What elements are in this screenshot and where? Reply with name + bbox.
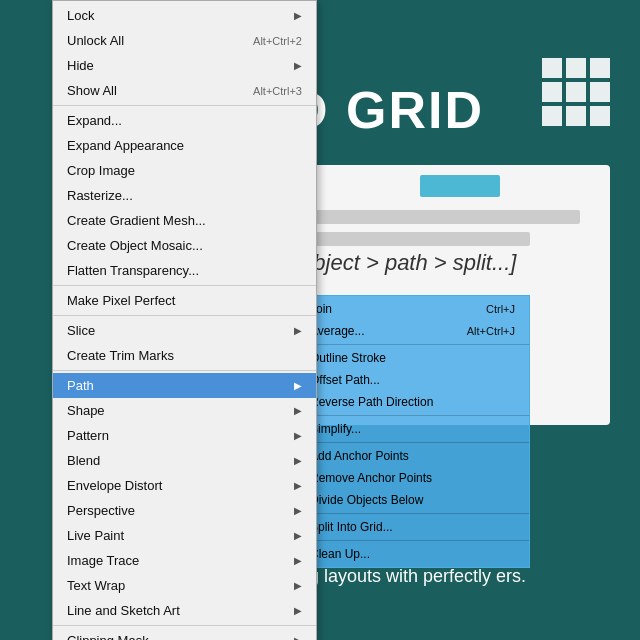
menu-item-rasterize-label: Rasterize... <box>67 188 133 203</box>
menu-item-expand-appearance-label: Expand Appearance <box>67 138 184 153</box>
menu-item-path-label: Path <box>67 378 94 393</box>
path-submenu-offset-path-label: Offset Path... <box>310 373 380 387</box>
path-submenu-remove-anchor[interactable]: Remove Anchor Points <box>296 467 529 489</box>
path-submenu-offset-path[interactable]: Offset Path... <box>296 369 529 391</box>
menu-item-make-pixel-perfect-label: Make Pixel Perfect <box>67 293 175 308</box>
path-submenu-outline-stroke[interactable]: Outline Stroke <box>296 347 529 369</box>
menu-item-text-wrap[interactable]: Text Wrap ▶ <box>53 573 316 598</box>
grid-cell <box>542 106 562 126</box>
menu-item-text-wrap-label: Text Wrap <box>67 578 125 593</box>
path-submenu-average-shortcut: Alt+Ctrl+J <box>467 325 515 337</box>
path-submenu-split-grid[interactable]: Split Into Grid... <box>296 516 529 538</box>
path-submenu-reverse-path-label: Reverse Path Direction <box>310 395 433 409</box>
menu-item-envelope-distort-arrow: ▶ <box>294 480 302 491</box>
background-card-line2 <box>300 232 530 246</box>
menu-item-shape-label: Shape <box>67 403 105 418</box>
menu-item-expand-appearance[interactable]: Expand Appearance <box>53 133 316 158</box>
grid-cell <box>566 106 586 126</box>
menu-item-hide-label: Hide <box>67 58 94 73</box>
menu-item-shape[interactable]: Shape ▶ <box>53 398 316 423</box>
path-submenu-outline-stroke-label: Outline Stroke <box>310 351 386 365</box>
menu-item-image-trace[interactable]: Image Trace ▶ <box>53 548 316 573</box>
menu-item-flatten-transparency[interactable]: Flatten Transparency... <box>53 258 316 283</box>
path-submenu-add-anchor[interactable]: Add Anchor Points <box>296 445 529 467</box>
path-submenu-clean-up[interactable]: Clean Up... <box>296 543 529 565</box>
path-submenu-average-label: Average... <box>310 324 364 338</box>
menu-item-pattern-arrow: ▶ <box>294 430 302 441</box>
menu-divider-1 <box>53 105 316 106</box>
menu-item-create-gradient-mesh[interactable]: Create Gradient Mesh... <box>53 208 316 233</box>
menu-item-perspective[interactable]: Perspective ▶ <box>53 498 316 523</box>
menu-item-create-trim-marks-label: Create Trim Marks <box>67 348 174 363</box>
menu-item-pattern[interactable]: Pattern ▶ <box>53 423 316 448</box>
menu-item-lock-label: Lock <box>67 8 94 23</box>
grid-cell <box>590 106 610 126</box>
path-submenu: Join Ctrl+J Average... Alt+Ctrl+J Outlin… <box>295 295 530 568</box>
menu-item-clipping-mask[interactable]: Clipping Mask ▶ <box>53 628 316 640</box>
background-title: D GRID <box>290 80 484 140</box>
menu-item-create-trim-marks[interactable]: Create Trim Marks <box>53 343 316 368</box>
menu-item-flatten-transparency-label: Flatten Transparency... <box>67 263 199 278</box>
menu-item-envelope-distort[interactable]: Envelope Distort ▶ <box>53 473 316 498</box>
path-submenu-split-grid-label: Split Into Grid... <box>310 520 393 534</box>
grid-icon <box>542 58 610 126</box>
menu-item-unlock-all[interactable]: Unlock All Alt+Ctrl+2 <box>53 28 316 53</box>
menu-item-live-paint-arrow: ▶ <box>294 530 302 541</box>
menu-item-lock[interactable]: Lock ▶ <box>53 3 316 28</box>
menu-divider-3 <box>53 315 316 316</box>
menu-item-blend[interactable]: Blend ▶ <box>53 448 316 473</box>
menu-item-make-pixel-perfect[interactable]: Make Pixel Perfect <box>53 288 316 313</box>
menu-divider-4 <box>53 370 316 371</box>
menu-item-rasterize[interactable]: Rasterize... <box>53 183 316 208</box>
context-menu: Lock ▶ Unlock All Alt+Ctrl+2 Hide ▶ Show… <box>52 0 317 640</box>
menu-item-create-gradient-mesh-label: Create Gradient Mesh... <box>67 213 206 228</box>
menu-item-show-all-label: Show All <box>67 83 117 98</box>
menu-item-line-sketch-art-label: Line and Sketch Art <box>67 603 180 618</box>
menu-item-expand[interactable]: Expand... <box>53 108 316 133</box>
menu-item-path-arrow: ▶ <box>294 380 302 391</box>
menu-item-image-trace-arrow: ▶ <box>294 555 302 566</box>
path-submenu-average[interactable]: Average... Alt+Ctrl+J <box>296 320 529 342</box>
background-card-line1 <box>300 210 580 224</box>
background-card-bar <box>420 175 500 197</box>
menu-item-crop-image-label: Crop Image <box>67 163 135 178</box>
path-submenu-divider1 <box>296 344 529 345</box>
menu-item-expand-label: Expand... <box>67 113 122 128</box>
menu-item-create-object-mosaic-label: Create Object Mosaic... <box>67 238 203 253</box>
grid-cell <box>566 82 586 102</box>
path-submenu-divider5 <box>296 540 529 541</box>
menu-item-line-sketch-art-arrow: ▶ <box>294 605 302 616</box>
path-submenu-add-anchor-label: Add Anchor Points <box>310 449 409 463</box>
menu-divider-2 <box>53 285 316 286</box>
menu-item-unlock-all-label: Unlock All <box>67 33 124 48</box>
menu-item-line-sketch-art[interactable]: Line and Sketch Art ▶ <box>53 598 316 623</box>
path-submenu-divider4 <box>296 513 529 514</box>
menu-item-blend-arrow: ▶ <box>294 455 302 466</box>
menu-item-live-paint-label: Live Paint <box>67 528 124 543</box>
menu-item-unlock-all-shortcut: Alt+Ctrl+2 <box>253 35 302 47</box>
path-submenu-divide-objects[interactable]: Divide Objects Below <box>296 489 529 511</box>
path-submenu-join[interactable]: Join Ctrl+J <box>296 298 529 320</box>
menu-item-crop-image[interactable]: Crop Image <box>53 158 316 183</box>
path-submenu-simplify[interactable]: Simplify... <box>296 418 529 440</box>
menu-item-path[interactable]: Path ▶ <box>53 373 316 398</box>
menu-item-live-paint[interactable]: Live Paint ▶ <box>53 523 316 548</box>
menu-item-lock-arrow: ▶ <box>294 10 302 21</box>
menu-item-image-trace-label: Image Trace <box>67 553 139 568</box>
path-submenu-divider3 <box>296 442 529 443</box>
menu-item-slice-arrow: ▶ <box>294 325 302 336</box>
object-path-text: [object > path > split...] <box>295 250 516 276</box>
menu-item-slice[interactable]: Slice ▶ <box>53 318 316 343</box>
menu-item-clipping-mask-arrow: ▶ <box>294 635 302 640</box>
path-submenu-reverse-path[interactable]: Reverse Path Direction <box>296 391 529 413</box>
path-submenu-divider2 <box>296 415 529 416</box>
menu-divider-5 <box>53 625 316 626</box>
menu-item-text-wrap-arrow: ▶ <box>294 580 302 591</box>
menu-item-show-all-shortcut: Alt+Ctrl+3 <box>253 85 302 97</box>
grid-cell <box>566 58 586 78</box>
grid-cell <box>590 58 610 78</box>
menu-item-slice-label: Slice <box>67 323 95 338</box>
menu-item-show-all[interactable]: Show All Alt+Ctrl+3 <box>53 78 316 103</box>
menu-item-create-object-mosaic[interactable]: Create Object Mosaic... <box>53 233 316 258</box>
menu-item-hide[interactable]: Hide ▶ <box>53 53 316 78</box>
